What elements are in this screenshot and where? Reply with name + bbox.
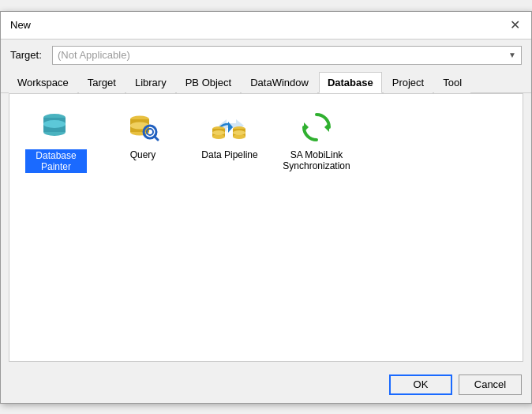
query-item[interactable]: Query: [107, 105, 178, 164]
data-pipeline-label: Data Pipeline: [201, 149, 257, 160]
target-select[interactable]: (Not Applicable) ▼: [52, 46, 522, 65]
tab-project[interactable]: Project: [384, 72, 433, 93]
tabs-bar: Workspace Target Library PB Object DataW…: [1, 71, 531, 93]
sa-mobilink-item[interactable]: SA MobiLink Synchronization: [281, 105, 352, 175]
svg-point-21: [233, 130, 245, 135]
tab-pb-object[interactable]: PB Object: [177, 72, 241, 93]
data-pipeline-item[interactable]: Data Pipeline: [194, 105, 265, 164]
query-icon: [124, 108, 162, 146]
tab-database[interactable]: Database: [319, 72, 382, 93]
database-painter-item[interactable]: Database Painter: [21, 105, 92, 176]
database-painter-label: Database Painter: [25, 149, 87, 173]
tab-datawindow[interactable]: DataWindow: [242, 72, 317, 93]
close-button[interactable]: ✕: [508, 18, 522, 32]
svg-marker-23: [304, 122, 309, 132]
footer: OK Cancel: [1, 370, 531, 403]
tab-library[interactable]: Library: [126, 72, 175, 93]
content-area: Database Painter Query: [9, 93, 523, 362]
target-select-value: (Not Applicable): [58, 49, 130, 61]
svg-point-4: [43, 120, 66, 128]
svg-line-12: [155, 137, 158, 140]
target-label: Target:: [10, 49, 46, 61]
chevron-down-icon: ▼: [508, 51, 516, 59]
data-pipeline-icon: [211, 108, 249, 146]
cancel-button[interactable]: Cancel: [459, 374, 522, 395]
ok-button[interactable]: OK: [389, 374, 452, 395]
tab-tool[interactable]: Tool: [434, 72, 470, 93]
new-dialog: New ✕ Target: (Not Applicable) ▼ Workspa…: [0, 11, 532, 404]
query-label: Query: [130, 149, 156, 160]
sa-mobilink-label-line2: Synchronization: [283, 160, 350, 171]
sa-mobilink-icon: [298, 108, 335, 146]
tab-workspace[interactable]: Workspace: [9, 72, 77, 93]
sa-mobilink-label-line1: SA MobiLink: [290, 149, 343, 160]
database-painter-icon: [37, 108, 75, 146]
title-bar: New ✕: [1, 12, 531, 40]
dialog-title: New: [10, 19, 31, 31]
svg-point-17: [212, 130, 225, 135]
svg-marker-22: [324, 122, 329, 132]
target-row: Target: (Not Applicable) ▼: [1, 40, 531, 71]
tab-target[interactable]: Target: [79, 72, 125, 93]
